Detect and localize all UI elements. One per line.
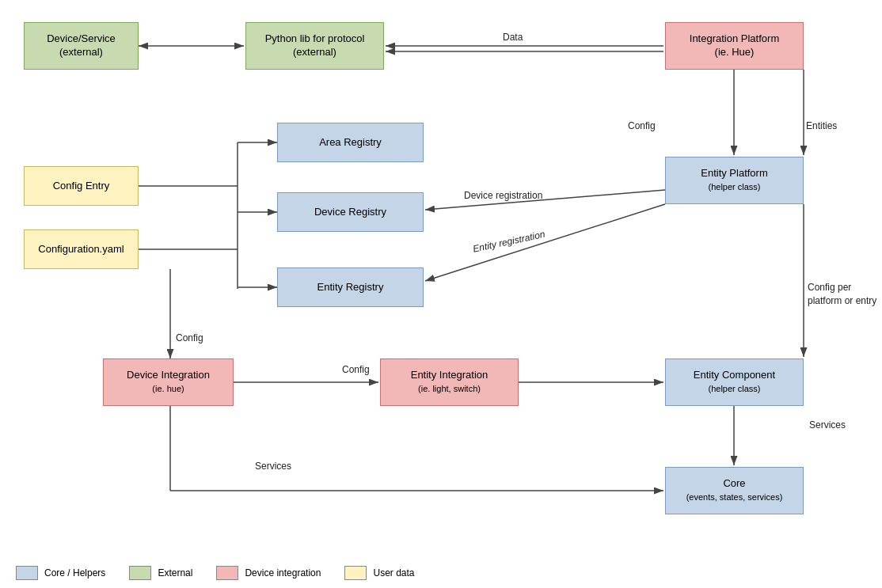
config-per-platform-label: Config perplatform or entry	[808, 281, 876, 308]
config-mid-label: Config	[342, 364, 370, 375]
legend-green-box	[129, 566, 151, 580]
device-service-label: Device/Service (external)	[32, 32, 130, 59]
config-top-label: Config	[628, 120, 656, 131]
legend-core-helpers: Core / Helpers	[16, 566, 105, 580]
device-registration-label: Device registration	[464, 190, 542, 201]
legend-external: External	[129, 566, 192, 580]
legend-core-helpers-label: Core / Helpers	[44, 567, 105, 579]
legend-device-integration: Device integration	[216, 566, 321, 580]
integration-platform-box: Integration Platform(ie. Hue)	[665, 22, 804, 70]
entity-component-label: Entity Component(helper class)	[694, 369, 775, 396]
entity-integration-box: Entity Integration(ie. light, switch)	[380, 358, 519, 406]
configuration-yaml-label: Configuration.yaml	[38, 243, 124, 256]
legend-device-integration-label: Device integration	[245, 567, 321, 579]
services-right-label: Services	[809, 419, 846, 431]
area-registry-box: Area Registry	[277, 123, 424, 162]
legend: Core / Helpers External Device integrati…	[16, 566, 415, 580]
legend-user-data: User data	[344, 566, 414, 580]
entity-registry-box: Entity Registry	[277, 267, 424, 307]
device-service-box: Device/Service (external)	[24, 22, 139, 70]
svg-line-9	[425, 204, 665, 281]
legend-blue-box	[16, 566, 38, 580]
legend-yellow-box	[344, 566, 367, 580]
entity-integration-label: Entity Integration(ie. light, switch)	[411, 369, 489, 396]
device-integration-box: Device Integration(ie. hue)	[103, 358, 234, 406]
python-lib-box: Python lib for protocol(external)	[245, 22, 384, 70]
entity-registration-label: Entity registration	[472, 229, 546, 255]
configuration-yaml-box: Configuration.yaml	[24, 230, 139, 269]
device-integration-label: Device Integration(ie. hue)	[127, 369, 210, 396]
config-entry-label: Config Entry	[53, 180, 110, 193]
python-lib-label: Python lib for protocol(external)	[265, 32, 365, 59]
entity-platform-box: Entity Platform(helper class)	[665, 157, 804, 204]
data-label: Data	[503, 32, 523, 43]
device-registry-box: Device Registry	[277, 192, 424, 232]
core-label: Core(events, states, services)	[686, 477, 783, 504]
entity-component-box: Entity Component(helper class)	[665, 358, 804, 406]
entity-platform-label: Entity Platform(helper class)	[701, 167, 768, 194]
svg-line-8	[425, 190, 665, 210]
legend-external-label: External	[158, 567, 192, 579]
config-left-label: Config	[176, 332, 203, 343]
area-registry-label: Area Registry	[319, 136, 382, 150]
integration-platform-label: Integration Platform(ie. Hue)	[690, 32, 779, 59]
legend-pink-box	[216, 566, 238, 580]
entity-registry-label: Entity Registry	[317, 281, 384, 294]
config-entry-box: Config Entry	[24, 166, 139, 206]
diagram: Device/Service (external) Python lib for…	[0, 0, 882, 554]
device-registry-label: Device Registry	[314, 206, 386, 219]
legend-user-data-label: User data	[373, 567, 414, 579]
services-bottom-label: Services	[255, 461, 291, 472]
core-box: Core(events, states, services)	[665, 467, 804, 514]
entities-label: Entities	[806, 120, 837, 131]
